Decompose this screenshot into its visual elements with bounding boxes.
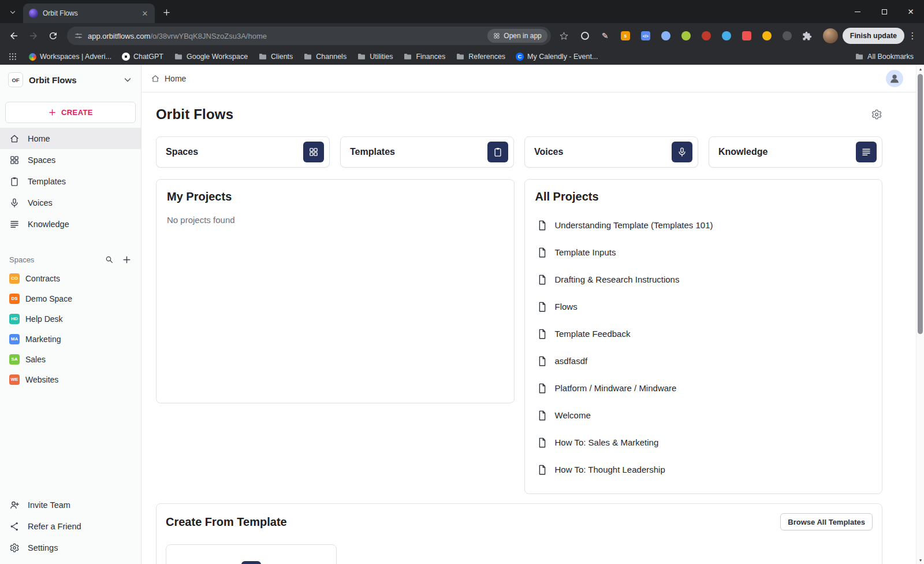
extensions-puzzle-icon[interactable] [800,28,815,43]
bookmark-item[interactable]: Clients [254,50,297,64]
template-card[interactable] [166,544,337,564]
folder-icon [456,52,465,61]
browser-menu-icon[interactable]: ⋮ [906,31,919,41]
spaces-card[interactable]: Spaces [156,136,330,168]
open-in-app-chip[interactable]: Open in app [487,29,547,43]
sidebar-item-templates[interactable]: Templates [0,170,141,192]
extension-icon[interactable] [719,28,734,43]
project-list-item[interactable]: How To: Thought Leadership [535,456,872,483]
forward-button[interactable] [24,27,43,45]
bookmark-item[interactable]: Finances [398,50,450,64]
refer-a-friend-button[interactable]: Refer a Friend [0,515,141,537]
extension-icon[interactable] [679,28,694,43]
templates-card[interactable]: Templates [340,136,514,168]
clipboard-icon[interactable] [487,142,508,162]
breadcrumb: Home [141,65,924,92]
extension-icon[interactable] [780,28,795,43]
bookmark-item[interactable]: Channels [299,50,351,64]
address-bar[interactable]: app.orbitflows.com/o/38vrwYBqK8JNSzoZsu3… [67,27,551,45]
space-item-demo-space[interactable]: DSDemo Space [0,288,141,309]
page-scrollbar[interactable]: ▲ ▼ [916,65,924,564]
browser-profile-avatar[interactable] [823,28,838,43]
breadcrumb-home[interactable]: Home [165,74,186,83]
gear-icon [9,543,20,553]
new-tab-button[interactable] [158,4,174,20]
back-button[interactable] [5,27,23,45]
project-list-item[interactable]: Drafting & Research Instructions [535,266,872,293]
browser-tab[interactable]: Orbit Flows ✕ [23,3,155,23]
bookmarks-bar: Workspaces | Adveri... ChatGPT Google Wo… [0,49,924,65]
project-list-item[interactable]: Understanding Template (Templates 101) [535,212,872,239]
all-bookmarks-button[interactable]: All Bookmarks [850,50,918,64]
knowledge-card[interactable]: Knowledge [709,136,882,168]
url-text: app.orbitflows.com/o/38vrwYBqK8JNSzoZsu3… [88,32,483,40]
space-item-help-desk[interactable]: HDHelp Desk [0,309,141,329]
add-space-icon[interactable] [122,255,132,265]
sidebar-item-spaces[interactable]: Spaces [0,149,141,170]
user-avatar[interactable] [886,70,903,87]
finish-update-button[interactable]: Finish update [843,28,904,44]
tab-search-button[interactable] [5,4,21,20]
browser-titlebar: Orbit Flows ✕ ✕ [0,0,924,23]
site-settings-icon[interactable] [74,31,83,40]
scroll-up-arrow[interactable]: ▲ [916,65,924,73]
bookmark-item[interactable]: ChatGPT [117,50,168,64]
bookmark-item[interactable]: Utilities [352,50,397,64]
close-button[interactable]: ✕ [897,0,924,23]
document-icon [536,220,548,231]
reload-button[interactable] [44,27,62,45]
extension-icon[interactable] [578,28,593,43]
create-button[interactable]: CREATE [5,102,136,123]
browse-all-templates-button[interactable]: Browse All Templates [780,513,873,530]
project-list-item[interactable]: Flows [535,293,872,320]
bookmark-item[interactable]: Workspaces | Adveri... [24,50,116,64]
scrollbar-thumb[interactable] [918,74,923,334]
sidebar-item-home[interactable]: Home [0,128,141,149]
home-icon[interactable] [151,74,160,83]
workspace-switcher[interactable]: OF Orbit Flows [0,65,141,95]
project-list-item[interactable]: Welcome [535,402,872,429]
extension-icon[interactable] [759,28,774,43]
bookmark-item[interactable]: References [451,50,510,64]
space-item-contracts[interactable]: COContracts [0,268,141,288]
project-list-item[interactable]: asdfasdf [535,347,872,374]
extension-icon[interactable]: ✎ [598,28,613,43]
space-badge: CO [9,273,20,284]
tab-close-icon[interactable]: ✕ [140,8,150,18]
scroll-down-arrow[interactable]: ▼ [916,556,924,564]
home-icon [9,133,20,144]
project-list-item[interactable]: Template Feedback [535,320,872,347]
list-icon[interactable] [856,142,877,162]
settings-button[interactable]: Settings [0,537,141,558]
minimize-button[interactable] [844,0,871,23]
bookmark-star-icon[interactable] [556,27,573,44]
extension-icon[interactable]: S [618,28,633,43]
sidebar-nav: Home Spaces Templates Voices Knowledge [0,128,141,235]
url-path: /o/38vrwYBqK8JNSzoZsu3A/home [150,32,267,40]
maximize-button[interactable] [871,0,897,23]
bookmark-item[interactable]: CMy Calendly - Event... [511,50,602,64]
extension-icon[interactable] [658,28,673,43]
page-settings-gear-icon[interactable] [871,109,882,120]
invite-team-button[interactable]: Invite Team [0,494,141,515]
search-icon[interactable] [105,255,114,264]
project-list-item[interactable]: Platform / Mindware / Mindware [535,374,872,402]
voices-card[interactable]: Voices [524,136,698,168]
project-list-item[interactable]: Template Inputs [535,239,872,266]
space-item-websites[interactable]: WEWebsites [0,369,141,389]
extension-icon[interactable]: </> [638,28,653,43]
extension-icon[interactable] [739,28,754,43]
space-item-sales[interactable]: SASales [0,349,141,369]
project-list-item[interactable]: How To: Sales & Marketing [535,429,872,456]
grid-icon[interactable] [303,142,324,162]
tab-title: Orbit Flows [43,9,135,17]
sidebar-item-knowledge[interactable]: Knowledge [0,213,141,235]
quick-cards: Spaces Templates Voices Knowledge [156,136,882,168]
sidebar-item-voices[interactable]: Voices [0,192,141,213]
list-icon [9,219,20,229]
extension-icon[interactable] [699,28,714,43]
space-item-marketing[interactable]: MAMarketing [0,329,141,349]
apps-grid-icon[interactable] [6,50,20,64]
mic-icon[interactable] [672,142,692,162]
bookmark-item[interactable]: Google Workspace [169,50,252,64]
